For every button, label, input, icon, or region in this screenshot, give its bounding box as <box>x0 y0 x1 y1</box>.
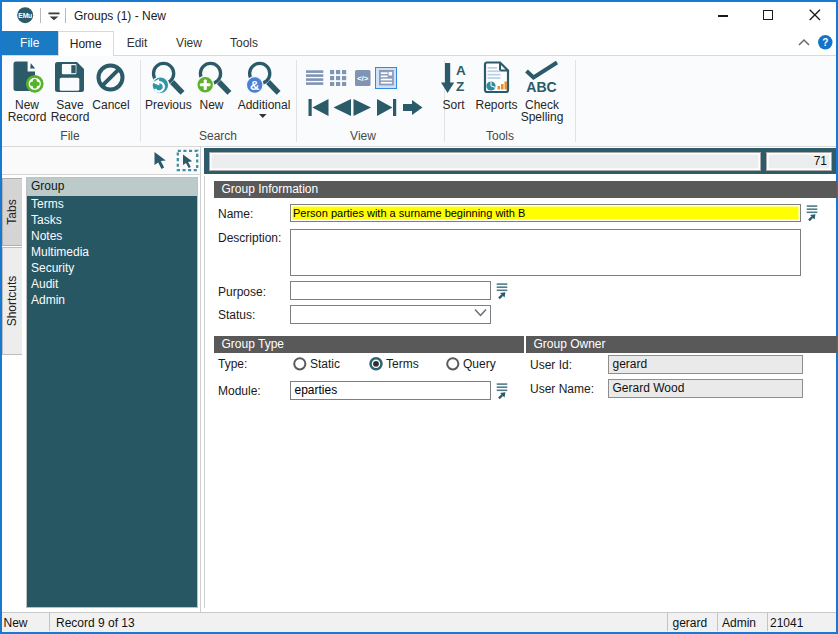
svg-text:?: ? <box>822 37 828 48</box>
svg-text:A: A <box>456 63 466 78</box>
svg-text:</>: </> <box>357 74 369 83</box>
svg-text:EMu: EMu <box>18 12 32 19</box>
svg-text:Z: Z <box>456 79 464 94</box>
svg-text:&: & <box>250 78 259 93</box>
svg-text:ABC: ABC <box>526 79 556 94</box>
